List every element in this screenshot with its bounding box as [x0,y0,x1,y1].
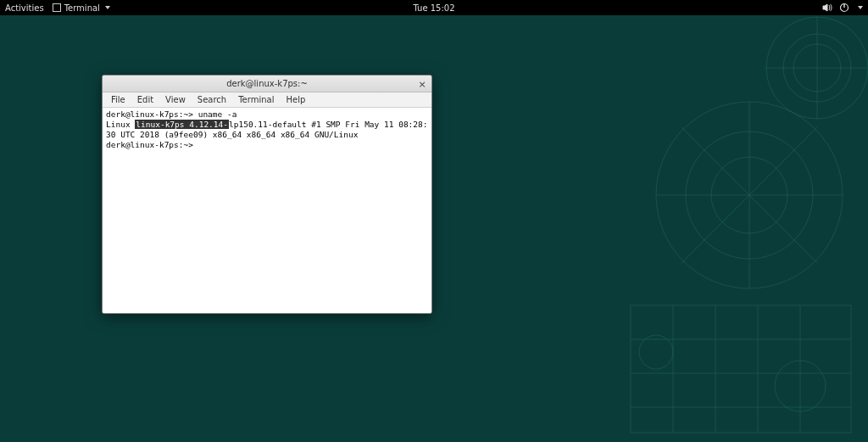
top-panel: Activities Terminal Tue 15:02 [0,0,868,15]
terminal-app-icon [53,3,61,12]
wallpaper-decoration [597,0,868,442]
terminal-window[interactable]: derk@linux-k7ps:~ × File Edit View Searc… [102,75,432,314]
menubar: File Edit View Search Terminal Help [103,92,431,108]
menu-search[interactable]: Search [192,94,231,105]
svg-point-20 [639,335,673,369]
menu-file[interactable]: File [106,94,131,105]
prompt: derk@linux-k7ps:~> [106,140,198,149]
output-text: Linux [106,120,135,129]
chevron-down-icon [858,6,863,9]
highlighted-text: linux-k7ps 4.12.14- [135,120,229,129]
svg-point-7 [711,157,787,233]
svg-point-21 [775,361,826,411]
svg-point-2 [793,44,841,92]
menu-help[interactable]: Help [281,94,310,105]
svg-line-10 [682,127,817,263]
system-status-area[interactable] [822,3,863,13]
command-text: uname -a [198,109,237,119]
close-button[interactable]: × [416,78,428,90]
terminal-output[interactable]: derk@linux-k7ps:~> uname -a Linux linux-… [103,108,431,313]
clock[interactable]: Tue 15:02 [413,3,454,13]
chevron-down-icon [105,6,110,9]
window-titlebar[interactable]: derk@linux-k7ps:~ × [103,76,431,92]
svg-point-0 [766,17,868,119]
menu-terminal[interactable]: Terminal [233,94,279,105]
svg-point-5 [656,102,843,288]
menu-view[interactable]: View [160,94,191,105]
svg-line-11 [682,127,817,263]
power-icon [839,3,849,13]
close-icon: × [418,79,426,90]
volume-icon [822,3,832,13]
app-menu[interactable]: Terminal [53,3,110,13]
window-title: derk@linux-k7ps:~ [226,79,308,88]
prompt: derk@linux-k7ps:~> [106,109,198,119]
activities-button[interactable]: Activities [5,3,44,13]
svg-point-6 [686,131,813,259]
svg-rect-12 [631,305,851,433]
svg-point-1 [783,34,851,102]
app-menu-label: Terminal [64,3,100,13]
menu-edit[interactable]: Edit [132,94,159,105]
